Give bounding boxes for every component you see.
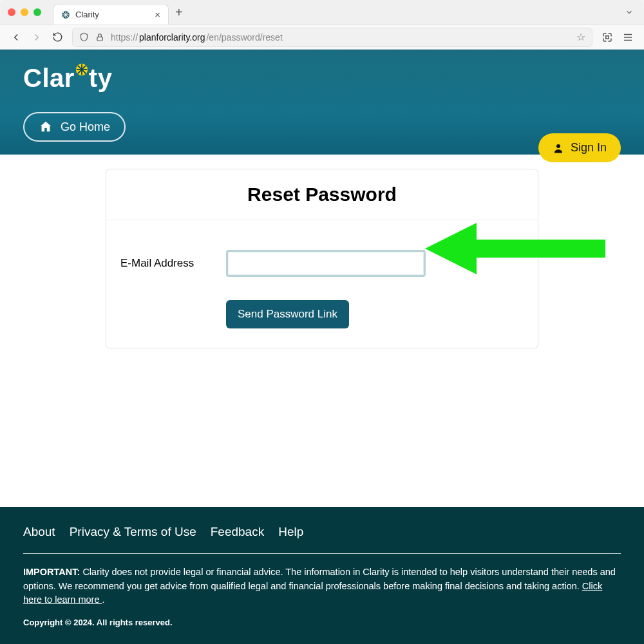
- send-password-link-button[interactable]: Send Password Link: [226, 300, 349, 328]
- forward-button: [31, 32, 43, 43]
- footer-disclaimer: IMPORTANT: Clarity does not provide lega…: [23, 565, 621, 607]
- minimize-window-icon[interactable]: [21, 8, 28, 16]
- browser-tab[interactable]: Clarity ×: [53, 4, 169, 24]
- close-window-icon[interactable]: [8, 8, 15, 16]
- go-home-label: Go Home: [61, 120, 110, 134]
- footer-copyright: Copyright © 2024. All rights reserved.: [23, 618, 621, 627]
- maximize-window-icon[interactable]: [33, 8, 41, 16]
- url-path: /en/password/reset: [206, 32, 282, 43]
- url-scheme: https://: [111, 32, 138, 43]
- tab-close-icon[interactable]: ×: [155, 9, 160, 20]
- window-controls[interactable]: [8, 8, 41, 16]
- card-title: Reset Password: [106, 169, 538, 220]
- svg-rect-5: [97, 37, 102, 41]
- site-header: Clar ty Go Home Sign In: [0, 50, 644, 155]
- menu-icon[interactable]: [622, 32, 634, 43]
- home-icon: [39, 120, 53, 134]
- important-text: Clarity does not provide legal or financ…: [23, 567, 616, 591]
- lock-icon: [95, 33, 104, 42]
- footer-link-privacy[interactable]: Privacy & Terms of Use: [70, 525, 196, 539]
- user-icon: [553, 142, 564, 154]
- browser-titlebar: Clarity × +: [0, 0, 644, 24]
- footer-divider: [23, 553, 621, 554]
- site-footer: About Privacy & Terms of Use Feedback He…: [0, 507, 644, 644]
- shield-icon: [79, 32, 89, 42]
- reset-password-card: Reset Password E-Mail Address Send Passw…: [106, 169, 538, 348]
- browser-toolbar: https:// planforclarity.org /en/password…: [0, 24, 644, 49]
- sign-in-label: Sign In: [571, 141, 607, 155]
- back-button[interactable]: [10, 32, 22, 43]
- footer-link-help[interactable]: Help: [278, 525, 303, 539]
- browser-chrome: Clarity × + https:// planforclarity.org: [0, 0, 644, 50]
- svg-point-15: [556, 144, 560, 148]
- email-label: E-Mail Address: [120, 257, 217, 270]
- important-label: IMPORTANT:: [23, 567, 80, 577]
- email-field[interactable]: [226, 250, 426, 277]
- tab-title: Clarity: [75, 10, 99, 19]
- logo-icon: [75, 62, 89, 77]
- reload-button[interactable]: [52, 32, 63, 43]
- tabs-dropdown-icon[interactable]: [625, 8, 634, 17]
- brand-logo[interactable]: Clar ty: [23, 64, 621, 93]
- url-host: planforclarity.org: [139, 32, 205, 43]
- extensions-icon[interactable]: [601, 32, 613, 43]
- bookmark-star-icon[interactable]: ☆: [576, 31, 585, 43]
- go-home-button[interactable]: Go Home: [23, 112, 126, 142]
- address-bar[interactable]: https:// planforclarity.org /en/password…: [72, 28, 592, 47]
- new-tab-button[interactable]: +: [175, 5, 183, 20]
- footer-link-about[interactable]: About: [23, 525, 55, 539]
- footer-link-feedback[interactable]: Feedback: [211, 525, 264, 539]
- svg-rect-6: [606, 35, 609, 39]
- sign-in-button[interactable]: Sign In: [538, 133, 621, 162]
- favicon-icon: [61, 10, 70, 19]
- footer-links: About Privacy & Terms of Use Feedback He…: [23, 521, 621, 553]
